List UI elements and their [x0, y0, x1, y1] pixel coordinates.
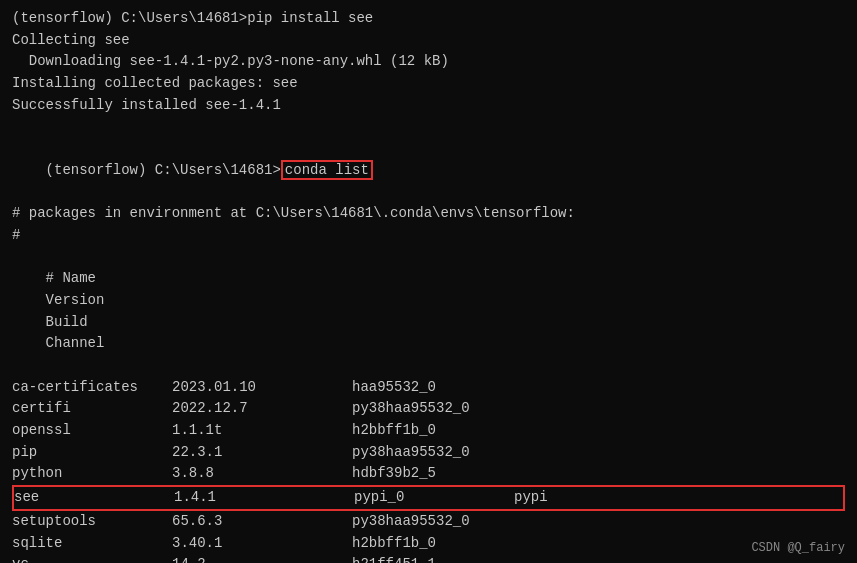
pkg-name: certifi: [12, 398, 172, 420]
pkg-build: h21ff451_1: [352, 554, 512, 563]
package-row: sqlite3.40.1h2bbff1b_0: [12, 533, 845, 555]
pkg-version: 2022.12.7: [172, 398, 352, 420]
cmd1-line: (tensorflow) C:\Users\14681>pip install …: [12, 8, 845, 30]
pkg-version: 65.6.3: [172, 511, 352, 533]
col-version-header: Version: [46, 290, 226, 312]
packages-list: ca-certificates2023.01.10haa95532_0certi…: [12, 377, 845, 563]
downloading-line: Downloading see-1.4.1-py2.py3-none-any.w…: [12, 51, 845, 73]
pkg-build: haa95532_0: [352, 377, 512, 399]
pkg-name: vc: [12, 554, 172, 563]
pkg-name: setuptools: [12, 511, 172, 533]
pkg-name: pip: [12, 442, 172, 464]
package-row: setuptools65.6.3py38haa95532_0: [12, 511, 845, 533]
pkg-name: python: [12, 463, 172, 485]
col-build-header: Build: [46, 312, 206, 334]
cmd2-prefix: (tensorflow) C:\Users\14681>: [46, 162, 281, 178]
installing-line: Installing collected packages: see: [12, 73, 845, 95]
package-row: certifi2022.12.7py38haa95532_0: [12, 398, 845, 420]
col-name-header: # Name: [46, 268, 206, 290]
success-line: Successfully installed see-1.4.1: [12, 95, 845, 117]
watermark: CSDN @Q_fairy: [751, 541, 845, 555]
conda-list-highlight: conda list: [281, 160, 373, 180]
pkg-name: ca-certificates: [12, 377, 172, 399]
pkg-version: 1.1.1t: [172, 420, 352, 442]
hash-line: #: [12, 225, 845, 247]
pkg-build: py38haa95532_0: [352, 442, 512, 464]
collecting-line: Collecting see: [12, 30, 845, 52]
pkg-name: see: [14, 487, 174, 509]
pkg-version: 22.3.1: [172, 442, 352, 464]
package-row: vc14.2h21ff451_1: [12, 554, 845, 563]
pkg-version: 14.2: [172, 554, 352, 563]
package-row: openssl1.1.1th2bbff1b_0: [12, 420, 845, 442]
pkg-build: hdbf39b2_5: [352, 463, 512, 485]
packages-info-line: # packages in environment at C:\Users\14…: [12, 203, 845, 225]
blank-line-1: [12, 116, 845, 138]
pkg-build: h2bbff1b_0: [352, 420, 512, 442]
pkg-build: py38haa95532_0: [352, 398, 512, 420]
pkg-version: 3.40.1: [172, 533, 352, 555]
package-row: see1.4.1pypi_0pypi: [12, 485, 845, 511]
pkg-name: sqlite: [12, 533, 172, 555]
pkg-version: 2023.01.10: [172, 377, 352, 399]
package-row: ca-certificates2023.01.10haa95532_0: [12, 377, 845, 399]
pkg-version: 3.8.8: [172, 463, 352, 485]
pkg-build: h2bbff1b_0: [352, 533, 512, 555]
package-row: python3.8.8hdbf39b2_5: [12, 463, 845, 485]
header-line: # Name Version Build Channel: [12, 247, 845, 377]
pkg-version: 1.4.1: [174, 487, 354, 509]
pkg-build: pypi_0: [354, 487, 514, 509]
terminal: (tensorflow) C:\Users\14681>pip install …: [0, 0, 857, 563]
package-row: pip22.3.1py38haa95532_0: [12, 442, 845, 464]
col-channel-header: Channel: [46, 333, 105, 355]
pkg-build: py38haa95532_0: [352, 511, 512, 533]
pkg-channel: pypi: [514, 487, 548, 509]
pkg-name: openssl: [12, 420, 172, 442]
cmd2-line: (tensorflow) C:\Users\14681>conda list: [12, 138, 845, 203]
